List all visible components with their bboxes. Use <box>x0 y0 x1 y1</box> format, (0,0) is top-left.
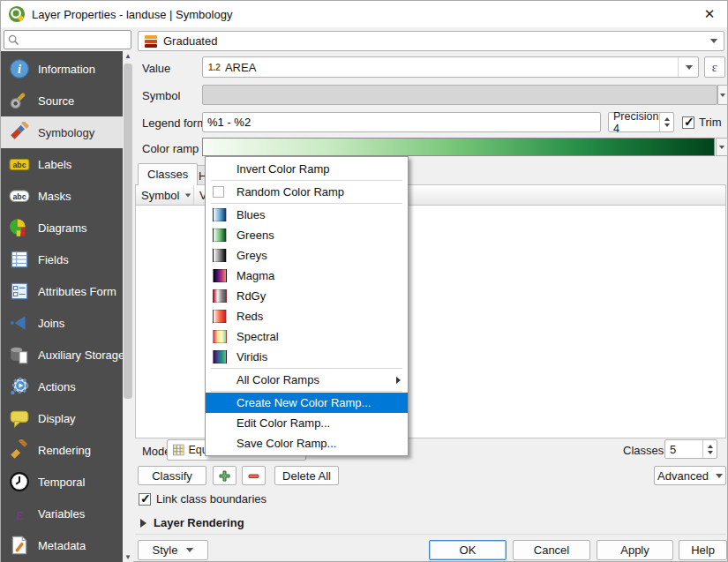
sidebar-scrollbar[interactable]: ▲ ▼ <box>123 51 133 562</box>
precision-spin-buttons[interactable] <box>659 113 673 131</box>
ramp-swatch-cell <box>213 229 230 242</box>
symbol-dropdown-button[interactable] <box>717 85 728 105</box>
menu-item-random-color-ramp[interactable]: Random Color Ramp <box>206 182 408 202</box>
sidebar-item-label: Display <box>38 412 76 425</box>
sidebar-item-auxiliary-storage[interactable]: Auxiliary Storage <box>1 339 123 371</box>
legend-format-input[interactable] <box>202 112 601 132</box>
sidebar-item-information[interactable]: iInformation <box>1 53 123 85</box>
sidebar-item-source[interactable]: Source <box>1 85 123 116</box>
menu-item-save-color-ramp[interactable]: Save Color Ramp... <box>206 433 408 453</box>
help-button[interactable]: Help <box>679 540 727 560</box>
sidebar-item-label: Symbology <box>38 126 94 139</box>
trim-label: Trim <box>699 116 722 129</box>
menu-item-blues[interactable]: Blues <box>206 205 408 225</box>
checkbox-cell <box>213 185 230 199</box>
tab-classes[interactable]: Classes <box>138 163 198 185</box>
delete-all-button[interactable]: Delete All <box>274 466 339 485</box>
joins-icon <box>9 312 30 333</box>
classify-button[interactable]: Classify <box>138 466 206 485</box>
menu-item-label: RdGy <box>236 289 266 303</box>
menu-item-label: Reds <box>236 310 263 323</box>
sidebar-item-actions[interactable]: Actions <box>1 371 123 402</box>
scroll-up-icon[interactable]: ▲ <box>123 51 133 62</box>
ok-button[interactable]: OK <box>429 540 507 560</box>
menu-item-magma[interactable]: Magma <box>206 266 408 286</box>
color-ramp-label: Color ramp <box>142 142 199 155</box>
layer-rendering-expander[interactable]: Layer Rendering <box>140 516 244 529</box>
ramp-swatch-cell <box>213 249 230 262</box>
value-field-combo[interactable]: 1.2 AREA <box>202 56 699 78</box>
diagrams-icon <box>9 217 30 238</box>
menu-item-edit-color-ramp[interactable]: Edit Color Ramp... <box>206 413 408 433</box>
epsilon-icon: ε <box>712 60 717 75</box>
advanced-button[interactable]: Advanced <box>654 466 726 485</box>
renderer-type-combo[interactable]: Graduated <box>138 31 724 51</box>
apply-button[interactable]: Apply <box>597 540 673 560</box>
minus-icon <box>248 470 259 482</box>
sidebar-item-symbology[interactable]: Symbology <box>1 116 123 148</box>
scroll-down-icon[interactable]: ▼ <box>123 552 133 562</box>
sidebar-item-attributes-form[interactable]: Attributes Form <box>1 275 123 307</box>
search-icon <box>8 34 19 46</box>
value-label: Value <box>142 62 170 75</box>
graduated-symbol-icon <box>145 35 157 48</box>
menu-item-label: Save Color Ramp... <box>236 437 336 450</box>
sidebar-item-labels[interactable]: abcLabels <box>1 148 123 180</box>
sidebar-item-diagrams[interactable]: Diagrams <box>1 212 123 244</box>
classes-spinbox[interactable]: 5 <box>664 439 717 459</box>
precision-spinbox[interactable]: Precision 4 <box>608 112 674 132</box>
quantile-mode-icon <box>173 444 184 456</box>
empty-icon-cell <box>213 437 230 450</box>
random-color-ramp-checkbox[interactable] <box>213 186 224 198</box>
sidebar-item-masks[interactable]: abcMasks <box>1 180 123 212</box>
display-icon <box>9 408 30 429</box>
menu-separator <box>211 368 402 369</box>
color-ramp-dropdown-button[interactable] <box>716 138 728 156</box>
color-ramp-bar[interactable] <box>202 138 715 156</box>
svg-text:abc: abc <box>12 161 26 169</box>
footer-separator <box>135 534 726 535</box>
menu-item-greens[interactable]: Greens <box>206 225 408 245</box>
chevron-down-icon <box>185 193 191 197</box>
sidebar-item-variables[interactable]: εVariables <box>1 498 123 529</box>
sidebar-item-display[interactable]: Display <box>1 402 123 434</box>
cancel-button[interactable]: Cancel <box>513 540 590 560</box>
value-combo-dropdown[interactable] <box>678 57 693 77</box>
sidebar-item-joins[interactable]: Joins <box>1 307 123 339</box>
ramp-swatch-cell <box>213 289 230 303</box>
menu-item-all-color-ramps[interactable]: All Color Ramps <box>206 370 408 390</box>
auxiliary-storage-icon <box>9 344 30 365</box>
sidebar-item-rendering[interactable]: Rendering <box>1 434 123 466</box>
expression-builder-button[interactable]: ε <box>704 56 725 78</box>
sidebar-search <box>4 30 131 49</box>
menu-item-rdgy[interactable]: RdGy <box>206 286 408 306</box>
menu-item-invert-color-ramp[interactable]: Invert Color Ramp <box>206 159 408 179</box>
menu-item-spectral[interactable]: Spectral <box>206 326 408 347</box>
sidebar-item-label: Actions <box>38 380 76 393</box>
classes-value: 5 <box>665 443 702 456</box>
menu-item-create-new-color-ramp[interactable]: Create New Color Ramp... <box>206 393 408 413</box>
menu-item-greys[interactable]: Greys <box>206 245 408 266</box>
spectral-ramp-swatch-icon <box>213 330 227 343</box>
symbol-preview[interactable] <box>202 85 717 105</box>
style-button[interactable]: Style <box>138 540 208 560</box>
sidebar-item-fields[interactable]: Fields <box>1 244 123 275</box>
trim-checkbox[interactable] <box>682 116 694 129</box>
plus-icon <box>219 470 230 482</box>
sidebar-item-temporal[interactable]: Temporal <box>1 466 123 498</box>
scrollbar-handle[interactable] <box>124 64 132 399</box>
classes-spin-buttons[interactable] <box>702 440 717 458</box>
link-class-boundaries-checkbox[interactable] <box>139 493 151 506</box>
remove-class-button[interactable] <box>242 466 266 485</box>
menu-item-reds[interactable]: Reds <box>206 306 408 326</box>
add-class-button[interactable] <box>213 466 236 485</box>
sidebar-item-metadata[interactable]: Metadata <box>1 529 123 561</box>
svg-text:abc: abc <box>12 192 26 201</box>
close-icon[interactable]: ✕ <box>701 5 718 23</box>
menu-item-viridis[interactable]: Viridis <box>206 347 408 367</box>
decimal-field-icon: 1.2 <box>208 63 221 72</box>
search-input[interactable] <box>23 34 127 46</box>
chevron-down-icon <box>719 146 724 149</box>
column-header-symbol[interactable]: Symbol <box>136 185 194 205</box>
menu-item-label: Edit Color Ramp... <box>236 416 330 430</box>
